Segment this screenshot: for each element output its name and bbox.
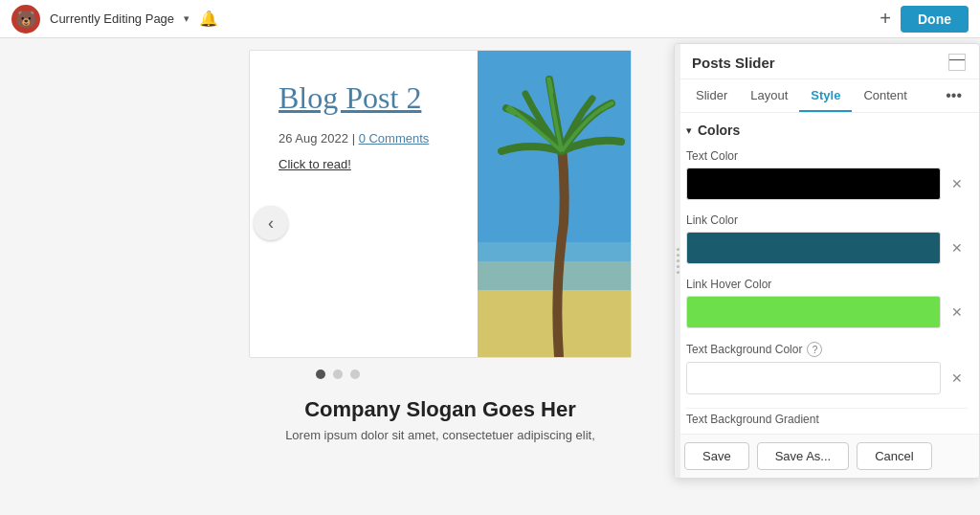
link-hover-color-field: Link Hover Color ✕ bbox=[686, 278, 968, 328]
minimize-icon[interactable]: — bbox=[948, 54, 966, 71]
text-bg-gradient-label: Text Background Gradient bbox=[686, 408, 968, 426]
dot-1[interactable] bbox=[316, 369, 325, 379]
nav-prev-arrow[interactable]: ‹ bbox=[254, 206, 288, 240]
slider-dots bbox=[316, 369, 360, 379]
blog-date: 26 Aug 2022 | bbox=[278, 131, 355, 146]
colors-section-header[interactable]: ▾ Colors bbox=[686, 121, 968, 140]
link-hover-color-row: ✕ bbox=[686, 296, 968, 328]
help-icon[interactable]: ? bbox=[807, 342, 822, 357]
text-bg-color-row: ✕ bbox=[686, 362, 968, 394]
company-description: Lorem ipsum dolor sit amet, consectetuer… bbox=[249, 428, 632, 442]
panel-footer: Save Save As... Cancel bbox=[675, 434, 979, 478]
text-bg-color-clear-icon[interactable]: ✕ bbox=[947, 368, 968, 389]
bell-icon[interactable]: 🔔 bbox=[199, 10, 218, 28]
tab-layout[interactable]: Layout bbox=[739, 80, 799, 112]
posts-slider-panel: Posts Slider — Slider Layout Style Conte… bbox=[674, 43, 980, 479]
drag-dot bbox=[677, 254, 679, 257]
link-color-swatch[interactable] bbox=[686, 232, 941, 264]
svg-rect-0 bbox=[478, 51, 631, 261]
save-button[interactable]: Save bbox=[684, 442, 749, 470]
panel-tabs: Slider Layout Style Content ••• bbox=[675, 79, 979, 113]
link-color-field: Link Color ✕ bbox=[686, 213, 968, 264]
blog-meta: 26 Aug 2022 | 0 Comments bbox=[278, 131, 458, 146]
blog-card: Blog Post 2 26 Aug 2022 | 0 Comments Cli… bbox=[249, 50, 632, 358]
tab-style[interactable]: Style bbox=[799, 80, 852, 112]
top-bar-left: 🐻 Currently Editing Page ▾ 🔔 bbox=[11, 5, 218, 34]
tab-content[interactable]: Content bbox=[852, 80, 919, 112]
section-chevron-icon: ▾ bbox=[686, 124, 692, 137]
plus-icon[interactable]: + bbox=[880, 8, 891, 30]
avatar: 🐻 bbox=[11, 5, 40, 34]
text-bg-color-swatch[interactable] bbox=[686, 362, 941, 394]
company-section: Company Slogan Goes Her Lorem ipsum dolo… bbox=[249, 397, 632, 442]
tab-more-icon[interactable]: ••• bbox=[936, 79, 971, 112]
avatar-icon: 🐻 bbox=[15, 9, 36, 30]
panel-content: ▾ Colors Text Color ✕ Link Color ✕ bbox=[675, 113, 979, 434]
drag-dot bbox=[677, 271, 679, 274]
blog-comments-link[interactable]: 0 Comments bbox=[359, 131, 430, 146]
blog-title: Blog Post 2 bbox=[278, 79, 458, 116]
done-button[interactable]: Done bbox=[901, 6, 969, 33]
tab-slider[interactable]: Slider bbox=[684, 80, 739, 112]
link-hover-color-clear-icon[interactable]: ✕ bbox=[947, 302, 968, 323]
panel-header: Posts Slider — bbox=[675, 44, 979, 79]
editing-label: Currently Editing Page bbox=[50, 11, 174, 26]
drag-dot bbox=[677, 259, 679, 262]
panel-drag-handle[interactable] bbox=[675, 44, 680, 478]
content-area: Blog Post 2 26 Aug 2022 | 0 Comments Cli… bbox=[0, 38, 980, 515]
blog-text-section: Blog Post 2 26 Aug 2022 | 0 Comments Cli… bbox=[250, 51, 478, 357]
cancel-button[interactable]: Cancel bbox=[857, 442, 931, 470]
chevron-down-icon[interactable]: ▾ bbox=[184, 12, 189, 25]
text-color-swatch[interactable] bbox=[686, 168, 941, 200]
drag-dot bbox=[677, 265, 679, 268]
text-bg-color-field: Text Background Color ? ✕ bbox=[686, 342, 968, 394]
text-color-label: Text Color bbox=[686, 149, 968, 163]
top-bar-right: + Done bbox=[880, 6, 969, 33]
palm-tree-image bbox=[478, 51, 631, 357]
panel-title: Posts Slider bbox=[692, 55, 775, 71]
drag-dot bbox=[677, 248, 679, 251]
link-color-clear-icon[interactable]: ✕ bbox=[947, 237, 968, 258]
link-color-label: Link Color bbox=[686, 213, 968, 227]
save-as-button[interactable]: Save As... bbox=[757, 442, 850, 470]
colors-section-title: Colors bbox=[698, 123, 740, 138]
text-bg-color-label: Text Background Color ? bbox=[686, 342, 968, 357]
blog-image-section bbox=[478, 51, 631, 357]
text-color-row: ✕ bbox=[686, 168, 968, 200]
text-color-field: Text Color ✕ bbox=[686, 149, 968, 200]
link-hover-color-label: Link Hover Color bbox=[686, 278, 968, 291]
top-bar: 🐻 Currently Editing Page ▾ 🔔 + Done bbox=[0, 0, 980, 38]
dot-2[interactable] bbox=[333, 369, 343, 379]
palm-svg bbox=[478, 51, 631, 357]
company-slogan: Company Slogan Goes Her bbox=[249, 397, 632, 422]
dot-3[interactable] bbox=[350, 369, 360, 379]
text-color-clear-icon[interactable]: ✕ bbox=[947, 173, 968, 194]
link-hover-color-swatch[interactable] bbox=[686, 296, 941, 328]
blog-read-link[interactable]: Click to read! bbox=[278, 157, 458, 171]
link-color-row: ✕ bbox=[686, 232, 968, 264]
